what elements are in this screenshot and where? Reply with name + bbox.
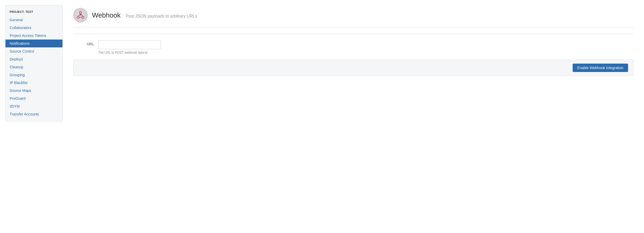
url-form-row: URL The URL to POST webhook data to <box>73 40 634 54</box>
sidebar-item-general[interactable]: General <box>5 16 62 24</box>
sidebar-item-deploys[interactable]: Deploys <box>5 55 62 63</box>
sidebar-item-cleanup[interactable]: Cleanup <box>5 63 62 71</box>
sidebar-item-transfer-accounts[interactable]: Transfer Accounts <box>5 110 62 118</box>
page-subtitle: Post JSON payloads to arbitrary URLs <box>126 14 197 19</box>
sidebar-item-dsym[interactable]: dSYM <box>5 102 62 110</box>
url-input[interactable] <box>98 40 161 49</box>
main-content: Webhook Post JSON payloads to arbitrary … <box>68 5 639 228</box>
sidebar-item-notifications[interactable]: Notifications <box>5 40 62 47</box>
url-input-group: The URL to POST webhook data to <box>98 40 161 54</box>
sidebar-item-ip-blacklist[interactable]: IP Blacklist <box>5 79 62 87</box>
svg-point-2 <box>82 16 84 18</box>
sidebar-item-proguard[interactable]: ProGuard <box>5 95 62 102</box>
svg-point-1 <box>77 16 79 18</box>
webhook-svg <box>76 10 85 20</box>
sidebar-item-collaborators[interactable]: Collaborators <box>5 24 62 32</box>
page-title: Webhook <box>92 11 120 19</box>
project-label: PROJECT: TEST <box>5 9 62 16</box>
svg-point-0 <box>79 12 82 14</box>
svg-point-3 <box>80 14 81 16</box>
url-label: URL <box>73 40 94 46</box>
sidebar-item-project-access-tokens[interactable]: Project Access Tokens <box>5 32 62 40</box>
header-title-group: Webhook Post JSON payloads to arbitrary … <box>92 11 197 19</box>
app-layout: PROJECT: TEST GeneralCollaboratorsProjec… <box>0 0 644 233</box>
form-section: URL The URL to POST webhook data to <box>73 34 634 54</box>
url-help-text: The URL to POST webhook data to <box>98 51 161 54</box>
action-bar: Enable Webhook Integration <box>73 60 634 76</box>
sidebar-item-grouping[interactable]: Grouping <box>5 71 62 79</box>
webhook-icon <box>73 8 88 23</box>
sidebar: PROJECT: TEST GeneralCollaboratorsProjec… <box>5 5 63 121</box>
sidebar-item-source-maps[interactable]: Source Maps <box>5 87 62 95</box>
page-header: Webhook Post JSON payloads to arbitrary … <box>73 8 634 27</box>
sidebar-item-source-control[interactable]: Source Control <box>5 47 62 55</box>
enable-webhook-button[interactable]: Enable Webhook Integration <box>573 64 628 72</box>
